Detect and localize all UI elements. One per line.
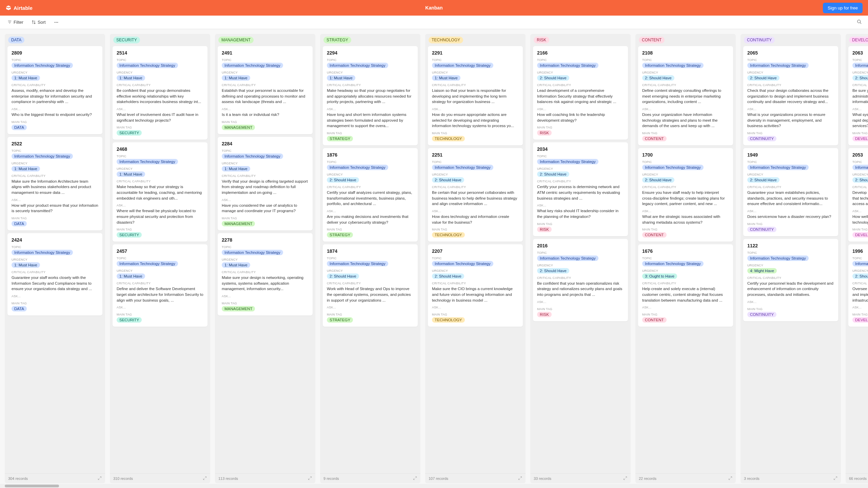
search-button[interactable] (855, 17, 864, 27)
kanban-card[interactable]: 1949TOPICInformation Technology Strategy… (743, 148, 838, 236)
field-label: ASK... (222, 107, 309, 111)
kanban-card[interactable]: 1676TOPICInformation Technology Strategy… (638, 244, 733, 327)
column-title-pill: DEVELOPMENT (849, 37, 868, 43)
kanban-card[interactable]: 2251TOPICInformation Technology Strategy… (428, 148, 523, 242)
ask-text: What level of involvement does IT audit … (117, 112, 203, 123)
card-list[interactable]: 2063TOPICInformation Technology Strategy… (846, 46, 868, 473)
expand-icon[interactable] (98, 476, 102, 481)
kanban-card[interactable]: 1996TOPICInformation Technology Strategy… (848, 244, 868, 327)
expand-icon[interactable] (308, 476, 312, 481)
column-header: DEVELOPMENT (846, 34, 868, 46)
record-count: 66 records (849, 476, 867, 481)
kanban-card[interactable]: 2063TOPICInformation Technology Strategy… (848, 46, 868, 145)
expand-icon[interactable] (833, 476, 837, 481)
field-label: TOPIC (222, 149, 309, 152)
kanban-card[interactable]: 2424TOPICInformation Technology Strategy… (7, 233, 102, 316)
expand-icon[interactable] (203, 476, 207, 481)
main-tag-pill: RISK (537, 130, 552, 136)
kanban-card[interactable]: 2166TOPICInformation Technology Strategy… (533, 46, 628, 140)
kanban-card[interactable]: 2207TOPICInformation Technology Strategy… (428, 244, 523, 327)
field-label: CRITICAL CAPABILITY (222, 83, 309, 87)
column-footer: 310 records (110, 473, 210, 483)
kanban-card[interactable]: 2514TOPICInformation Technology Strategy… (113, 46, 208, 140)
kanban-card[interactable]: 2278TOPICInformation Technology Strategy… (218, 233, 313, 316)
card-list[interactable]: 2108TOPICInformation Technology Strategy… (635, 46, 736, 473)
kanban-card[interactable]: 2284TOPICInformation Technology Strategy… (218, 137, 313, 230)
kanban-card[interactable]: 2491TOPICInformation Technology Strategy… (218, 46, 313, 134)
column-header: CONTINUITY (741, 34, 841, 46)
urgency-pill: 2: Should Have (432, 273, 464, 279)
urgency-pill: 1: Must Have (117, 75, 145, 81)
field-label: URGENCY (747, 71, 834, 74)
field-label: CRITICAL CAPABILITY (12, 83, 98, 87)
field-label: TOPIC (12, 149, 98, 152)
card-list[interactable]: 2291TOPICInformation Technology Strategy… (425, 46, 526, 473)
kanban-card[interactable]: 1700TOPICInformation Technology Strategy… (638, 148, 733, 242)
card-id: 2016 (537, 243, 624, 248)
kanban-card[interactable]: 2522TOPICInformation Technology Strategy… (7, 137, 102, 230)
scrollbar-thumb[interactable] (5, 485, 59, 487)
kanban-card[interactable]: 2053TOPICInformation Technology Strategy… (848, 148, 868, 242)
expand-icon[interactable] (728, 476, 732, 481)
expand-icon[interactable] (623, 476, 627, 481)
sort-button[interactable]: Sort (28, 18, 49, 26)
kanban-card[interactable]: 2108TOPICInformation Technology Strategy… (638, 46, 733, 145)
field-label: URGENCY (327, 173, 414, 176)
main-tag-pill: MANAGEMENT (222, 221, 255, 226)
capability-text: Make headway so that your strategy is ac… (117, 184, 203, 201)
ask-text: How does technology and information crea… (432, 214, 519, 225)
card-list[interactable]: 2514TOPICInformation Technology Strategy… (110, 46, 210, 473)
field-label: ASK... (642, 107, 729, 111)
airtable-logo[interactable]: Airtable (5, 5, 33, 11)
field-label: CRITICAL CAPABILITY (747, 83, 834, 87)
kanban-card[interactable]: 2457TOPICInformation Technology Strategy… (113, 244, 208, 327)
main-tag-pill: SECURITY (117, 317, 142, 323)
kanban-card[interactable]: 2291TOPICInformation Technology Strategy… (428, 46, 523, 145)
card-list[interactable]: 2065TOPICInformation Technology Strategy… (741, 46, 841, 473)
ask-text: Are you making decisions and investments… (327, 214, 414, 225)
view-toolbar: Filter Sort (0, 16, 868, 29)
urgency-pill: 1: Must Have (432, 75, 460, 81)
urgency-pill: 1: Must Have (222, 262, 250, 268)
kanban-card[interactable]: 2809TOPICInformation Technology Strategy… (7, 46, 102, 134)
field-label: ASK... (537, 107, 624, 111)
card-id: 2207 (432, 248, 519, 254)
kanban-card[interactable]: 2065TOPICInformation Technology Strategy… (743, 46, 838, 145)
kanban-card[interactable]: 1876TOPICInformation Technology Strategy… (323, 148, 418, 242)
card-list[interactable]: 2491TOPICInformation Technology Strategy… (215, 46, 315, 473)
signup-button[interactable]: Sign up for free (823, 3, 863, 13)
main-tag-pill: CONTENT (642, 232, 667, 238)
expand-icon[interactable] (518, 476, 522, 481)
field-label: MAIN TAG (747, 131, 834, 135)
field-label: CRITICAL CAPABILITY (222, 270, 309, 274)
field-label: ASK... (537, 300, 624, 304)
kanban-card[interactable]: 2294TOPICInformation Technology Strategy… (323, 46, 418, 145)
card-id: 1876 (327, 152, 414, 158)
kanban-card[interactable]: 2034TOPICInformation Technology Strategy… (533, 142, 628, 236)
main-tag-pill: MANAGEMENT (222, 306, 255, 311)
horizontal-scrollbar[interactable] (0, 484, 868, 488)
kanban-card[interactable]: 1874TOPICInformation Technology Strategy… (323, 244, 418, 327)
card-list[interactable]: 2294TOPICInformation Technology Strategy… (320, 46, 420, 473)
main-tag-pill: TECHNOLOGY (432, 232, 465, 238)
card-id: 2457 (117, 248, 203, 254)
kanban-card[interactable]: 2016TOPICInformation Technology Strategy… (533, 239, 628, 321)
urgency-pill: 3: Ought to Have (642, 273, 677, 279)
card-id: 2514 (117, 50, 203, 56)
card-list[interactable]: 2809TOPICInformation Technology Strategy… (5, 46, 105, 473)
card-list[interactable]: 2166TOPICInformation Technology Strategy… (530, 46, 631, 473)
kanban-card[interactable]: 2468TOPICInformation Technology Strategy… (113, 142, 208, 242)
capability-text: Guarantee your staff works closely with … (12, 275, 98, 292)
field-label: TOPIC (327, 160, 414, 164)
capability-text: Be certain that your personnel collabora… (432, 190, 519, 207)
more-button[interactable] (51, 18, 62, 26)
ask-text: What are the strategic issues associated… (642, 214, 729, 225)
expand-icon[interactable] (413, 476, 417, 481)
filter-button[interactable]: Filter (4, 18, 27, 26)
top-bar: Airtable Kanban Sign up for free (0, 0, 868, 16)
field-label: URGENCY (432, 269, 519, 272)
capability-text: Make sure your design is networking, ope… (222, 275, 309, 292)
field-label: TOPIC (117, 257, 203, 260)
kanban-board[interactable]: DATA2809TOPICInformation Technology Stra… (0, 29, 868, 488)
kanban-card[interactable]: 1122TOPICInformation Technology Strategy… (743, 239, 838, 321)
